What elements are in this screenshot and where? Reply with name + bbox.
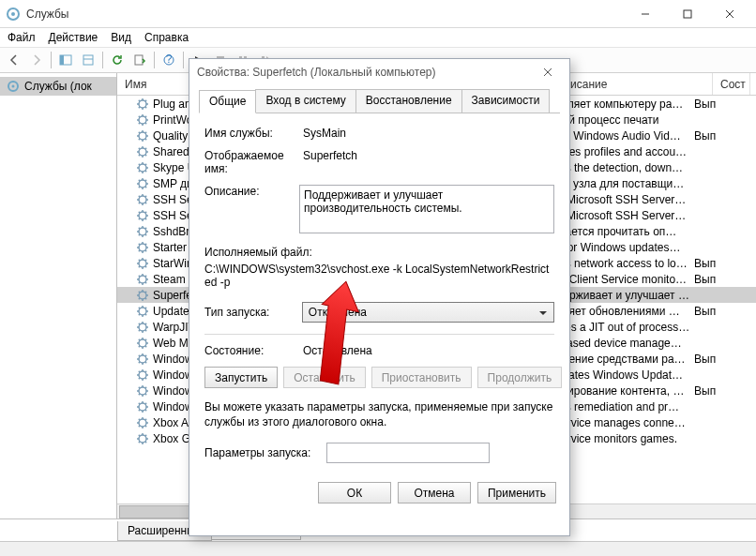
dialog-close-button[interactable] [534,60,562,84]
svg-line-117 [145,265,146,266]
svg-line-64 [145,163,146,164]
svg-line-171 [145,361,146,362]
toolbar-separator [51,52,52,68]
svg-line-118 [145,259,146,260]
svg-line-199 [145,402,146,403]
tab-recovery[interactable]: Восстановление [355,89,462,113]
refresh-button[interactable] [107,50,128,70]
svg-point-174 [139,371,146,379]
menu-file[interactable]: Файл [8,31,36,44]
svg-line-38 [139,122,140,123]
svg-line-188 [139,386,140,387]
start-params-hint: Вы можете указать параметры запуска, при… [204,399,554,429]
svg-line-37 [145,115,146,116]
pause-button: Приостановить [371,367,472,388]
value-display-name: Superfetch [303,149,554,175]
label-service-name: Имя службы: [204,127,303,140]
toolbar-separator [183,52,184,68]
svg-line-206 [139,418,140,419]
svg-line-190 [145,386,146,387]
svg-line-47 [139,138,140,139]
svg-line-108 [145,249,146,250]
scrollbar-thumb[interactable] [119,505,194,518]
show-hide-tree-button[interactable] [55,50,76,70]
export-list-button[interactable] [129,50,150,70]
service-status: Вып [694,305,722,318]
svg-line-28 [145,99,146,100]
close-button[interactable] [708,1,750,27]
startup-type-select[interactable]: Отключена [302,302,554,323]
dialog-separator [204,334,554,335]
svg-rect-10 [135,55,143,65]
svg-rect-8 [83,55,93,65]
title-bar: Службы [0,0,756,28]
svg-line-92 [139,218,140,218]
cancel-button[interactable]: Отмена [398,482,471,503]
svg-line-215 [139,434,140,435]
column-status[interactable]: Сост [713,73,750,95]
minimize-button[interactable] [624,1,666,27]
svg-point-210 [139,435,146,443]
svg-line-99 [145,233,146,234]
service-status: Вып [694,384,722,398]
gear-icon [136,368,149,382]
nav-back-button[interactable] [4,50,24,70]
svg-point-183 [139,387,146,395]
svg-line-53 [139,147,140,148]
description-textarea[interactable] [299,185,554,233]
column-description[interactable]: исание [563,73,713,95]
menu-bar: Файл Действие Вид Справка [0,28,756,47]
maximize-button[interactable] [666,1,708,27]
svg-line-46 [145,131,146,132]
svg-line-191 [139,393,140,394]
svg-line-82 [145,195,146,196]
menu-view[interactable]: Вид [111,31,131,44]
menu-help[interactable]: Справка [144,31,189,44]
svg-line-134 [139,291,140,292]
svg-line-80 [139,195,140,196]
svg-line-83 [139,202,140,203]
svg-rect-3 [684,10,691,18]
label-description: Описание: [204,185,299,236]
svg-line-44 [139,131,140,132]
tree-node-label: Службы (лок [24,80,92,93]
help-button[interactable]: ? [159,50,179,70]
svg-point-147 [139,323,146,331]
start-params-input[interactable] [326,443,490,463]
service-status: Вып [694,129,722,143]
tab-dependencies[interactable]: Зависимости [461,89,551,113]
svg-line-26 [139,99,140,100]
ok-button[interactable]: ОК [318,482,391,503]
svg-line-29 [139,106,140,107]
svg-line-209 [139,425,140,426]
svg-line-116 [139,259,140,260]
gear-icon [136,353,149,366]
start-button[interactable]: Запустить [204,367,278,388]
svg-line-172 [145,354,146,355]
svg-line-208 [145,418,146,419]
gear-icon [136,161,149,174]
svg-point-192 [139,403,146,411]
svg-line-107 [139,243,140,244]
tab-logon[interactable]: Вход в систему [255,89,355,113]
svg-line-98 [139,227,140,228]
apply-button[interactable]: Применить [477,482,556,503]
svg-line-126 [145,281,146,282]
tab-general[interactable]: Общие [199,90,256,113]
tree-node-services[interactable]: Службы (лок [0,77,116,96]
svg-line-119 [139,265,140,266]
nav-forward-button[interactable] [26,50,47,70]
dialog-tabs: Общие Вход в систему Восстановление Зави… [199,89,560,113]
svg-line-55 [145,147,146,148]
svg-line-154 [145,323,146,323]
svg-line-135 [145,297,146,298]
svg-point-102 [139,244,146,251]
svg-line-170 [139,354,140,355]
svg-line-144 [145,313,146,314]
svg-line-180 [145,377,146,378]
service-status: Вып [694,273,722,286]
menu-action[interactable]: Действие [49,31,98,44]
properties-button[interactable] [78,50,98,70]
gear-icon [136,257,149,270]
services-node-icon [6,79,21,94]
